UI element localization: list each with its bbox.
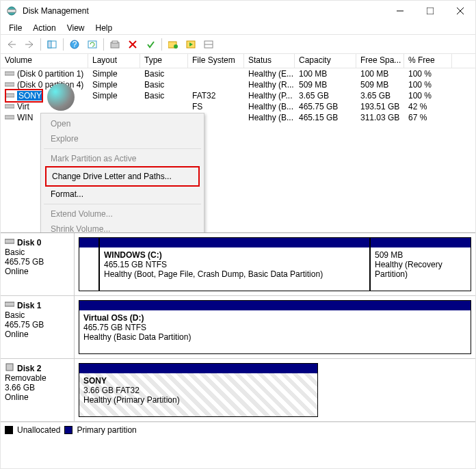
- volume-row[interactable]: (Disk 0 partition 1) Simple Basic Health…: [1, 68, 475, 79]
- svg-rect-26: [5, 302, 14, 306]
- menu-mark-active[interactable]: Mark Partition as Active: [41, 151, 204, 166]
- window-title: Disk Management: [23, 6, 385, 16]
- svg-rect-1: [8, 10, 16, 12]
- svg-rect-7: [48, 41, 51, 48]
- menu-open[interactable]: Open: [41, 116, 204, 131]
- disk-icon: [5, 237, 14, 247]
- minimize-button[interactable]: [385, 1, 415, 21]
- action-button[interactable]: [183, 37, 199, 52]
- titlebar: Disk Management: [1, 1, 475, 21]
- swatch-unallocated-icon: [5, 426, 13, 434]
- volume-icon: [5, 92, 14, 98]
- check-button[interactable]: [142, 37, 159, 52]
- menu-view[interactable]: View: [62, 22, 90, 34]
- swatch-primary-icon: [64, 426, 72, 434]
- col-volume[interactable]: Volume: [1, 54, 88, 68]
- volume-icon: [5, 70, 14, 77]
- svg-text:?: ?: [72, 40, 77, 49]
- volume-icon: [5, 81, 14, 88]
- context-menu: Open Explore Mark Partition as Active Ch…: [40, 113, 204, 232]
- col-layout[interactable]: Layout: [88, 54, 140, 68]
- legend: Unallocated Primary partition: [1, 422, 475, 437]
- volume-list[interactable]: (Disk 0 partition 1) Simple Basic Health…: [1, 68, 475, 232]
- menubar: File Action View Help: [1, 21, 475, 35]
- svg-rect-23: [5, 105, 14, 108]
- show-hide-button[interactable]: [44, 37, 60, 52]
- partition[interactable]: Virtual OSs (D:)465.75 GB NTFSHealthy (B…: [79, 300, 471, 354]
- volume-icon: [5, 113, 14, 120]
- menu-file[interactable]: File: [3, 22, 27, 34]
- disk-icon: [5, 300, 14, 310]
- maximize-button[interactable]: [415, 1, 445, 21]
- volume-list-header: Volume Layout Type File System Status Ca…: [1, 54, 475, 68]
- close-button[interactable]: [445, 1, 475, 21]
- col-pctfree[interactable]: % Free: [404, 54, 452, 68]
- delete-button[interactable]: [124, 37, 141, 52]
- menu-explore[interactable]: Explore: [41, 131, 204, 146]
- svg-rect-27: [6, 364, 13, 371]
- help-button[interactable]: ?: [66, 37, 83, 52]
- col-status[interactable]: Status: [244, 54, 295, 68]
- back-button[interactable]: [3, 37, 20, 52]
- new-folder-button[interactable]: [165, 37, 181, 52]
- menu-extend[interactable]: Extend Volume...: [41, 206, 204, 222]
- menu-change-drive-letter[interactable]: Change Drive Letter and Paths...: [47, 168, 198, 185]
- svg-rect-24: [5, 116, 14, 119]
- volume-row[interactable]: (Disk 0 partition 4) Simple Basic Health…: [1, 79, 475, 90]
- partition[interactable]: 509 MBHealthy (Recovery Partition): [370, 237, 471, 291]
- disk-panels: Disk 0 Basic 465.75 GB Online WINDOWS (C…: [1, 232, 475, 422]
- svg-point-16: [174, 44, 178, 49]
- partition-selected[interactable]: SONY3.66 GB FAT32Healthy (Primary Partit…: [79, 363, 318, 417]
- properties-button[interactable]: [107, 37, 123, 52]
- svg-rect-3: [427, 8, 434, 14]
- svg-rect-20: [5, 72, 14, 75]
- svg-rect-25: [5, 239, 14, 243]
- svg-rect-12: [112, 41, 118, 43]
- svg-rect-21: [5, 83, 14, 86]
- col-capacity[interactable]: Capacity: [295, 54, 356, 68]
- svg-rect-22: [5, 94, 14, 97]
- col-free[interactable]: Free Spa...: [356, 54, 404, 68]
- col-filesystem[interactable]: File System: [188, 54, 244, 68]
- volume-row[interactable]: Virt FS Healthy (B... 465.75 GB 193.51 G…: [1, 101, 475, 112]
- volume-icon: [5, 103, 14, 109]
- partition[interactable]: [79, 237, 99, 291]
- forward-button[interactable]: [21, 37, 38, 52]
- menu-help[interactable]: Help: [90, 22, 118, 34]
- removable-icon: [5, 363, 14, 373]
- menu-action[interactable]: Action: [27, 22, 61, 34]
- volume-row-selected[interactable]: SONY Simple Basic FAT32 Healthy (P... 3.…: [1, 90, 475, 101]
- disk-panel-0[interactable]: Disk 0 Basic 465.75 GB Online WINDOWS (C…: [1, 233, 475, 296]
- app-icon: [6, 5, 17, 16]
- highlight-change-letter: Change Drive Letter and Paths...: [45, 166, 200, 187]
- layout-button[interactable]: [200, 37, 217, 52]
- partition[interactable]: WINDOWS (C:)465.15 GB NTFSHealthy (Boot,…: [99, 237, 370, 291]
- menu-shrink[interactable]: Shrink Volume...: [41, 222, 204, 232]
- refresh-button[interactable]: [84, 37, 101, 52]
- col-type[interactable]: Type: [140, 54, 188, 68]
- menu-format[interactable]: Format...: [41, 187, 204, 202]
- disk-panel-1[interactable]: Disk 1 Basic 465.75 GB Online Virtual OS…: [1, 296, 475, 359]
- disk-panel-2[interactable]: Disk 2 Removable 3.66 GB Online SONY3.66…: [1, 359, 475, 422]
- toolbar: ?: [1, 35, 475, 54]
